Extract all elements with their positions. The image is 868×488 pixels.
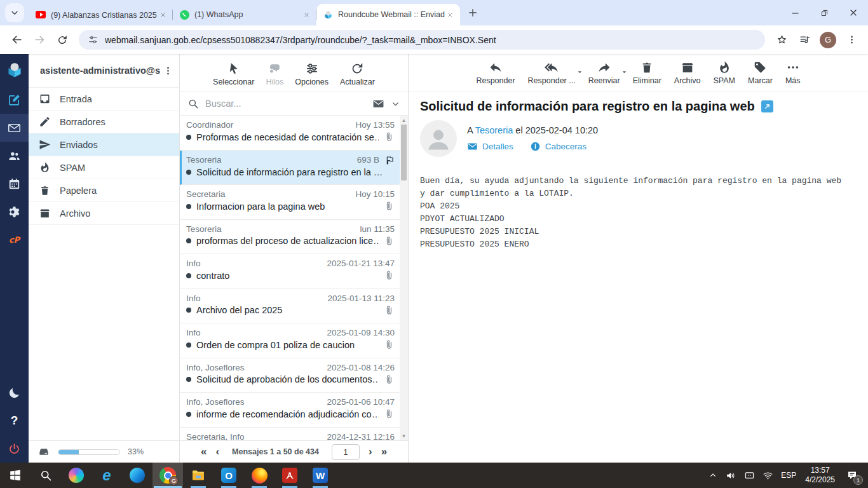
message-row-10[interactable]: Secretaria, Info2024-12-31 12:16 (180, 428, 400, 441)
forward-arrow-icon (34, 34, 46, 46)
msg-archivo-button[interactable]: Archivo (673, 60, 702, 85)
search-options-chevron-icon[interactable] (391, 99, 400, 109)
last-page-button[interactable]: » (381, 445, 387, 458)
maximize-button[interactable] (810, 0, 839, 25)
message-subject: Solicitud de información para registro e… (196, 167, 395, 177)
browser-menu-button[interactable] (841, 30, 862, 50)
taskbar-word-button[interactable]: W (305, 463, 336, 488)
bookmark-button[interactable] (771, 30, 792, 50)
wifi-icon[interactable] (759, 463, 777, 488)
scroll-down-arrow[interactable]: ▼ (402, 431, 407, 440)
message-row-9[interactable]: Info, Joseflores2025-01-06 10:47informe … (180, 393, 400, 428)
page-number-input[interactable]: 1 (332, 444, 360, 460)
rail-item-mail[interactable] (0, 114, 29, 142)
folder-item-borradores[interactable]: Borradores (29, 111, 179, 133)
msg-reenviar-button[interactable]: Reenviar (587, 60, 621, 85)
site-settings-icon[interactable] (88, 34, 98, 45)
message-row-8[interactable]: Info, Joseflores2025-01-08 14:26Solicitu… (180, 358, 400, 393)
rail-item-dark-mode[interactable] (0, 379, 29, 407)
cpanel-icon: cP (9, 235, 20, 245)
display-icon[interactable] (740, 463, 759, 488)
list-opciones-button[interactable]: Opciones (294, 62, 330, 86)
rail-item-calendar[interactable] (0, 170, 29, 198)
message-row-2[interactable]: Tesoreria693 BSolicitud de información p… (180, 151, 400, 186)
folder-item-archivo[interactable]: Archivo (29, 202, 179, 225)
msg-spam-button[interactable]: SPAM (712, 60, 737, 85)
list-scrollbar[interactable]: ▲ ▼ (400, 116, 408, 440)
browser-tab-3[interactable]: Roundcube Webmail :: Enviados (316, 4, 460, 25)
volume-icon[interactable] (722, 463, 740, 488)
message-row-6[interactable]: Info2025-01-13 11:23Archivo del pac 2025 (180, 289, 400, 324)
list-seleccionar-button[interactable]: Seleccionar (212, 62, 255, 86)
rail-item-settings[interactable] (0, 198, 29, 226)
rail-item-compose[interactable] (0, 86, 29, 114)
tray-chevron-up-icon[interactable] (704, 463, 722, 488)
back-button[interactable] (6, 30, 27, 50)
flag-icon[interactable] (384, 155, 395, 165)
browser-tab-1[interactable]: (9) Alabanzas Cristianas 2025 🙏 (29, 4, 173, 25)
msg-responder-button[interactable]: Responder ... (527, 60, 577, 85)
clock[interactable]: 13:57 4/2/2025 (800, 463, 840, 488)
message-row-5[interactable]: Info2025-01-21 13:47contrato (180, 254, 400, 289)
detalles-button[interactable]: Detalles (467, 141, 513, 152)
taskbar-outlook-button[interactable]: O (214, 463, 244, 488)
browser-tab-2[interactable]: (1) WhatsApp (173, 4, 316, 25)
search-scope-mail-icon[interactable] (372, 98, 384, 110)
msg-marcar-button[interactable]: Marcar (747, 60, 774, 85)
prev-page-button[interactable]: ‹ (215, 445, 219, 458)
message-row-4[interactable]: Tesorerialun 11:35proformas del proceso … (180, 220, 400, 255)
taskbar-chrome-button[interactable]: G (153, 463, 183, 488)
dropdown-caret-icon[interactable] (576, 68, 584, 78)
folder-menu-button[interactable] (160, 65, 175, 76)
message-list-pane: SeleccionarHilosOpcionesActualizar Coord… (180, 54, 409, 463)
search-input[interactable] (205, 98, 366, 109)
folder-item-papelera[interactable]: Papelera (29, 179, 179, 202)
profile-avatar[interactable]: G (820, 32, 836, 48)
taskbar-firefox-button[interactable] (244, 463, 275, 488)
list-hilos-button[interactable]: Hilos (264, 62, 285, 86)
tab-close-icon[interactable] (301, 10, 311, 20)
taskbar-edge-button[interactable] (122, 463, 153, 488)
taskbar-copilot-button[interactable] (61, 463, 92, 488)
first-page-button[interactable]: « (201, 445, 207, 458)
rail-item-roundcube-logo[interactable] (0, 54, 29, 86)
rail-item-contacts[interactable] (0, 142, 29, 170)
new-tab-button[interactable] (464, 4, 482, 22)
notification-center-button[interactable]: 1 (840, 463, 864, 488)
taskbar-file-explorer-button[interactable] (183, 463, 214, 488)
list-actualizar-button[interactable]: Actualizar (339, 62, 376, 86)
next-page-button[interactable]: › (369, 445, 372, 458)
taskbar-start-button[interactable] (0, 463, 31, 488)
msg-m-s-button[interactable]: Más (784, 60, 802, 85)
open-in-new-window-button[interactable] (761, 100, 773, 112)
rail-item-cpanel[interactable]: cP (0, 226, 29, 254)
message-row-3[interactable]: SecretariaHoy 10:15Informacion para la p… (180, 185, 400, 220)
folder-item-enviados[interactable]: Enviados (29, 133, 179, 156)
tab-close-icon[interactable] (158, 10, 168, 20)
rail-item-logout[interactable] (0, 435, 29, 463)
message-row-7[interactable]: Info2025-01-09 14:30Orden de compra 01 p… (180, 323, 400, 358)
taskbar-acrobat-button[interactable] (275, 463, 305, 488)
taskbar-search-button[interactable] (31, 463, 61, 488)
cabeceras-button[interactable]: Cabeceras (530, 141, 587, 152)
scroll-up-arrow[interactable]: ▲ (402, 116, 407, 125)
taskbar-internet-explorer-button[interactable]: e (92, 463, 122, 488)
msg-eliminar-button[interactable]: Eliminar (632, 60, 663, 85)
recipient-link[interactable]: Tesoreria (475, 125, 513, 135)
language-indicator[interactable]: ESP (777, 463, 800, 488)
close-button[interactable] (839, 0, 868, 25)
scrollbar-thumb[interactable] (401, 125, 407, 180)
msg-responder-button[interactable]: Responder (475, 60, 516, 85)
message-row-1[interactable]: CoordinadorHoy 13:55Proformas de necesid… (180, 116, 400, 151)
folder-item-spam[interactable]: SPAM (29, 156, 179, 179)
dropdown-caret-icon[interactable] (620, 68, 628, 78)
side-panel-button[interactable] (794, 30, 815, 50)
forward-button[interactable] (29, 30, 50, 50)
tab-close-icon[interactable] (445, 10, 455, 20)
address-bar[interactable]: webmail.sanjuan.gob.ec/cpsess5010882347/… (79, 30, 765, 50)
tab-search-button[interactable] (5, 3, 24, 22)
reload-button[interactable] (52, 30, 72, 50)
rail-item-help[interactable]: ? (0, 407, 29, 435)
minimize-button[interactable] (780, 0, 810, 25)
folder-item-entrada[interactable]: Entrada (29, 88, 179, 111)
